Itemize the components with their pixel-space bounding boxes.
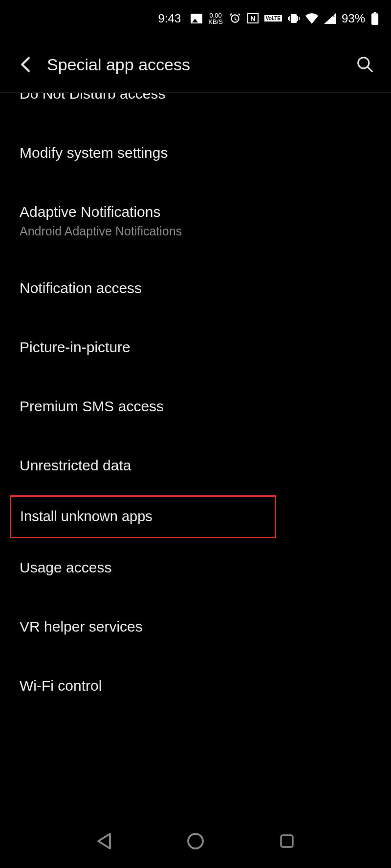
settings-list: Do Not Disturb access Modify system sett… — [0, 93, 391, 716]
list-item-label: Wi-Fi control — [20, 676, 371, 695]
list-item-install-unknown-apps[interactable]: Install unknown apps — [10, 495, 276, 538]
list-item-label: Notification access — [20, 278, 371, 297]
svg-line-4 — [368, 67, 372, 72]
list-item-label: Unrestricted data — [20, 456, 371, 475]
vibrate-icon — [288, 13, 300, 24]
nav-home-button[interactable] — [183, 829, 208, 853]
list-item-adaptive-notifications[interactable]: Adaptive Notifications Android Adaptive … — [0, 183, 391, 259]
picture-icon — [191, 14, 202, 23]
list-item-modify-system-settings[interactable]: Modify system settings — [0, 124, 391, 183]
square-recents-icon — [279, 833, 295, 849]
triangle-back-icon — [96, 832, 112, 850]
back-button[interactable] — [15, 54, 36, 75]
chevron-left-icon — [20, 56, 31, 73]
wifi-icon — [305, 13, 318, 24]
list-item-vr-helper-services[interactable]: VR helper services — [0, 597, 391, 656]
list-item-do-not-disturb-access[interactable]: Do Not Disturb access — [0, 93, 391, 124]
list-item-label: Modify system settings — [20, 143, 371, 162]
list-item-label: Picture-in-picture — [20, 338, 371, 357]
cellular-signal-icon: x — [324, 13, 336, 24]
list-item-notification-access[interactable]: Notification access — [0, 259, 391, 318]
volte-icon: Vo LTE — [264, 15, 282, 21]
list-item-label: Do Not Disturb access — [20, 93, 371, 103]
list-item-premium-sms-access[interactable]: Premium SMS access — [0, 377, 391, 436]
list-item-label: Premium SMS access — [20, 397, 371, 416]
list-item-usage-access[interactable]: Usage access — [0, 538, 391, 597]
alarm-icon — [229, 12, 241, 25]
list-item-unrestricted-data[interactable]: Unrestricted data — [0, 436, 391, 495]
list-item-picture-in-picture[interactable]: Picture-in-picture — [0, 318, 391, 377]
svg-point-5 — [188, 834, 203, 848]
network-speed-icon: 0.00 KB/S — [208, 12, 223, 25]
svg-text:x: x — [332, 13, 335, 18]
list-item-label: Usage access — [20, 558, 371, 577]
battery-percent: 93% — [342, 12, 365, 25]
page-title: Special app access — [47, 55, 354, 74]
status-time: 9:43 — [158, 12, 181, 25]
nav-recents-button[interactable] — [275, 829, 299, 853]
navigation-bar — [0, 814, 391, 868]
search-button[interactable] — [354, 53, 376, 76]
list-item-label: VR helper services — [20, 617, 371, 636]
battery-icon — [371, 12, 379, 25]
nfc-icon: N — [247, 13, 259, 23]
status-bar: 9:43 0.00 KB/S N Vo LTE x 93% — [0, 0, 391, 37]
list-item-subtitle: Android Adaptive Notifications — [20, 224, 371, 238]
circle-home-icon — [187, 832, 204, 850]
nav-back-button[interactable] — [92, 829, 116, 853]
list-item-label: Adaptive Notifications — [20, 202, 371, 221]
svg-rect-2 — [371, 13, 378, 25]
list-item-label: Install unknown apps — [20, 508, 266, 526]
list-item-wifi-control[interactable]: Wi-Fi control — [0, 656, 391, 716]
svg-rect-6 — [281, 835, 293, 847]
app-bar: Special app access — [0, 37, 391, 93]
svg-rect-1 — [374, 12, 376, 13]
search-icon — [356, 55, 374, 74]
